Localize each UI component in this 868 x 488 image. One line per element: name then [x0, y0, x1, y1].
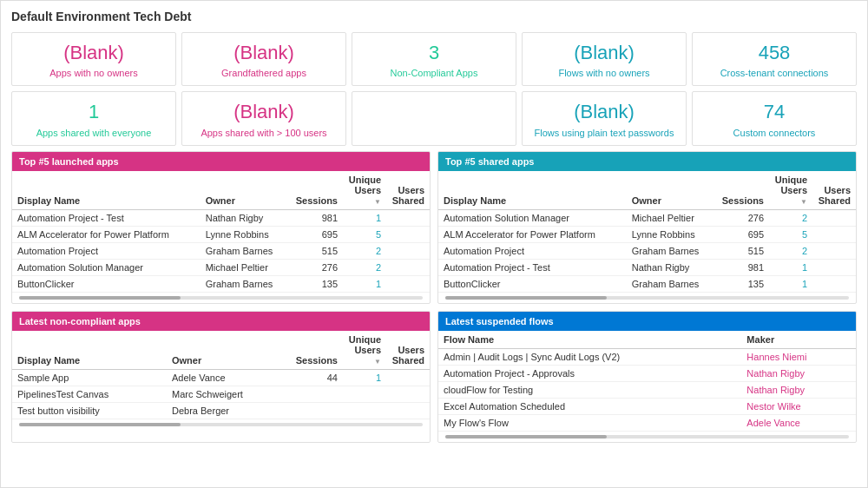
- table-row: ALM Accelerator for Power Platform Lynne…: [438, 226, 856, 242]
- col-sessions-3: Sessions: [291, 331, 343, 370]
- cell-sessions: 44: [291, 369, 343, 386]
- cell-sessions: 276: [291, 259, 343, 275]
- table-row: ALM Accelerator for Power Platform Lynne…: [12, 226, 430, 242]
- launched-apps-table: Display Name Owner Sessions Unique Users…: [12, 171, 430, 293]
- scrollbar-launched[interactable]: [19, 296, 423, 300]
- kpi-label-apps-no-owners: Apps with no owners: [17, 68, 170, 78]
- cell-unique-users: [343, 386, 386, 402]
- scrollbar-shared[interactable]: [445, 296, 849, 300]
- non-compliant-header: Latest non-compliant apps: [12, 312, 430, 331]
- kpi-card-custom-connectors[interactable]: 74 Custom connectors: [692, 91, 857, 145]
- kpi-value-flows-no-owners: (Blank): [528, 42, 681, 64]
- cell-owner: Lynne Robbins: [627, 226, 717, 242]
- col-owner-3: Owner: [167, 331, 291, 370]
- page-title: Default Environment Tech Debt: [11, 10, 857, 23]
- col-sessions-2: Sessions: [717, 171, 769, 210]
- kpi-card-grandfathered-apps[interactable]: (Blank) Grandfathered apps: [181, 32, 346, 86]
- kpi-label-grandfathered: Grandfathered apps: [187, 68, 340, 78]
- col-unique-users-2: Unique Users ▼: [769, 171, 812, 210]
- cell-name: ButtonClicker: [12, 275, 201, 292]
- cell-maker: Nestor Wilke: [741, 398, 856, 414]
- cell-unique-users: 2: [343, 259, 386, 275]
- cell-users-shared: [386, 259, 430, 275]
- col-maker: Maker: [741, 331, 856, 349]
- table-row: ButtonClicker Graham Barnes 135 1: [12, 275, 430, 292]
- kpi-label-cross-tenant: Cross-tenant connections: [698, 68, 851, 78]
- table-row: Automation Project - Test Nathan Rigby 9…: [438, 259, 856, 275]
- cell-unique-users: 2: [343, 242, 386, 259]
- cell-unique-users: 1: [769, 275, 812, 292]
- cell-sessions: 515: [291, 242, 343, 259]
- suspended-flows-table: Flow Name Maker Admin | Audit Logs | Syn…: [438, 331, 856, 432]
- col-display-name: Display Name: [12, 171, 201, 210]
- scrollbar-non-compliant[interactable]: [19, 423, 423, 426]
- cell-maker: Adele Vance: [741, 414, 856, 431]
- cell-sessions: 981: [291, 209, 343, 226]
- non-compliant-table: Display Name Owner Sessions Unique Users…: [12, 331, 430, 419]
- cell-users-shared: [386, 369, 430, 386]
- cell-users-shared: [812, 242, 856, 259]
- col-owner-2: Owner: [627, 171, 717, 210]
- panel-non-compliant: Latest non-compliant apps Display Name O…: [11, 311, 431, 443]
- kpi-label-plain-text: Flows using plain text passwords: [528, 128, 681, 138]
- tables-grid: Top #5 launched apps Display Name Owner …: [11, 151, 857, 443]
- cell-name: ButtonClicker: [438, 275, 627, 292]
- kpi-value-shared-100: (Blank): [187, 101, 340, 123]
- table-row: Sample App Adele Vance 44 1: [12, 369, 430, 386]
- cell-unique-users: 1: [769, 259, 812, 275]
- cell-owner: Nathan Rigby: [627, 259, 717, 275]
- kpi-card-apps-no-owners[interactable]: (Blank) Apps with no owners: [11, 32, 176, 86]
- launched-apps-header: Top #5 launched apps: [12, 152, 430, 171]
- table-row: Automation Solution Manager Michael Pelt…: [12, 259, 430, 275]
- cell-name: Automation Project: [438, 242, 627, 259]
- kpi-card-cross-tenant[interactable]: 458 Cross-tenant connections: [692, 32, 857, 86]
- table-row: cloudFlow for Testing Nathan Rigby: [438, 381, 856, 398]
- cell-name: Automation Project: [12, 242, 201, 259]
- table-row: Automation Solution Manager Michael Pelt…: [438, 209, 856, 226]
- kpi-card-non-compliant[interactable]: 3 Non-Compliant Apps: [352, 32, 516, 86]
- cell-unique-users: 1: [343, 209, 386, 226]
- table-row: Automation Project - Test Nathan Rigby 9…: [12, 209, 430, 226]
- scrollbar-suspended[interactable]: [445, 435, 849, 439]
- cell-sessions: 695: [291, 226, 343, 242]
- cell-unique-users: [343, 402, 386, 419]
- cell-owner: Nathan Rigby: [201, 209, 291, 226]
- cell-users-shared: [812, 259, 856, 275]
- kpi-card-plain-text[interactable]: (Blank) Flows using plain text passwords: [522, 91, 687, 145]
- cell-users-shared: [386, 226, 430, 242]
- kpi-row-1: (Blank) Apps with no owners (Blank) Gran…: [11, 32, 857, 86]
- cell-users-shared: [386, 242, 430, 259]
- cell-name: Test button visibility: [12, 402, 167, 419]
- kpi-label-shared-100: Apps shared with > 100 users: [187, 128, 340, 138]
- cell-name: PipelinesTest Canvas: [12, 386, 167, 402]
- table-row: PipelinesTest Canvas Marc Schweigert: [12, 386, 430, 402]
- kpi-row-2: 1 Apps shared with everyone (Blank) Apps…: [11, 91, 857, 145]
- table-row: Automation Project Graham Barnes 515 2: [438, 242, 856, 259]
- cell-flow-name: Excel Automation Scheduled: [438, 398, 741, 414]
- kpi-card-shared-100[interactable]: (Blank) Apps shared with > 100 users: [181, 91, 346, 145]
- sort-icon-2: ▼: [800, 198, 807, 206]
- cell-users-shared: [812, 275, 856, 292]
- cell-name: Automation Project - Test: [12, 209, 201, 226]
- kpi-value-apps-no-owners: (Blank): [17, 42, 170, 64]
- table-row: Admin | Audit Logs | Sync Audit Logs (V2…: [438, 348, 856, 365]
- cell-maker: Hannes Niemi: [741, 348, 856, 365]
- kpi-label-flows-no-owners: Flows with no owners: [528, 68, 681, 78]
- cell-unique-users: 5: [343, 226, 386, 242]
- kpi-card-flows-no-owners[interactable]: (Blank) Flows with no owners: [522, 32, 687, 86]
- panel-launched-apps: Top #5 launched apps Display Name Owner …: [11, 151, 431, 304]
- cell-sessions: 135: [291, 275, 343, 292]
- kpi-card-shared-everyone[interactable]: 1 Apps shared with everyone: [11, 91, 176, 145]
- table-row: ButtonClicker Graham Barnes 135 1: [438, 275, 856, 292]
- table-row: Automation Project - Approvals Nathan Ri…: [438, 365, 856, 381]
- kpi-value-plain-text: (Blank): [528, 101, 681, 123]
- col-users-shared-2: Users Shared: [812, 171, 856, 210]
- cell-unique-users: 1: [343, 275, 386, 292]
- kpi-label-non-compliant: Non-Compliant Apps: [358, 68, 510, 78]
- cell-users-shared: [812, 226, 856, 242]
- cell-owner: Graham Barnes: [627, 275, 717, 292]
- cell-sessions: 276: [717, 209, 769, 226]
- panel-shared-apps: Top #5 shared apps Display Name Owner Se…: [437, 151, 857, 304]
- table-row: Test button visibility Debra Berger: [12, 402, 430, 419]
- shared-apps-header: Top #5 shared apps: [438, 152, 856, 171]
